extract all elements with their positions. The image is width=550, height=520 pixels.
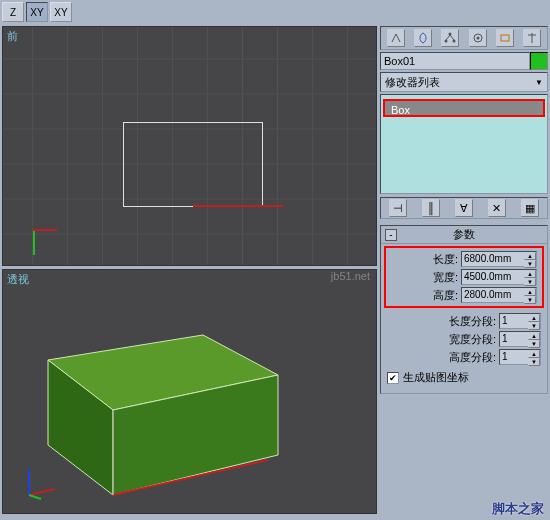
object-name-field[interactable]: Box01 bbox=[380, 52, 530, 70]
tab-modify[interactable] bbox=[414, 29, 432, 47]
tab-motion[interactable] bbox=[469, 29, 487, 47]
constraint-z-label: Z bbox=[10, 7, 16, 18]
lseg-spinner[interactable]: 1 ▲▼ bbox=[499, 313, 541, 329]
wseg-label: 宽度分段: bbox=[449, 332, 496, 347]
footer-credit: 脚本之家 bbox=[492, 500, 544, 518]
svg-rect-13 bbox=[501, 35, 509, 41]
spin-down-icon[interactable]: ▼ bbox=[528, 358, 540, 366]
modifier-list-dropdown[interactable]: 修改器列表 bbox=[380, 72, 548, 92]
axis-constraint-toolbar: Z XY XY bbox=[0, 0, 550, 24]
rollout-header[interactable]: - 参数 bbox=[381, 226, 547, 244]
viewport-container: 前 透视 bbox=[2, 26, 377, 516]
height-value[interactable]: 2800.0mm bbox=[462, 288, 524, 302]
viewport-perspective[interactable]: 透视 bbox=[2, 269, 377, 514]
view-axis-tripod-front bbox=[33, 229, 57, 255]
lseg-value[interactable]: 1 bbox=[500, 314, 528, 328]
tab-create[interactable] bbox=[387, 29, 405, 47]
svg-line-5 bbox=[29, 489, 55, 495]
remove-modifier-icon[interactable]: ✕ bbox=[488, 199, 506, 217]
hseg-spinner[interactable]: 1 ▲▼ bbox=[499, 349, 541, 365]
spin-up-icon[interactable]: ▲ bbox=[524, 252, 536, 260]
rollout-collapse-icon[interactable]: - bbox=[385, 229, 397, 241]
width-label: 宽度: bbox=[433, 270, 458, 285]
viewport-front-label: 前 bbox=[7, 29, 18, 44]
stack-item-box[interactable]: Box bbox=[383, 99, 545, 117]
spin-up-icon[interactable]: ▲ bbox=[524, 270, 536, 278]
genmap-label: 生成贴图坐标 bbox=[403, 370, 469, 385]
box-wireframe bbox=[123, 122, 263, 207]
rollout-title: 参数 bbox=[453, 227, 475, 242]
svg-point-12 bbox=[476, 37, 479, 40]
constraint-xy-alt-label: XY bbox=[54, 7, 67, 18]
gizmo-x-axis bbox=[193, 205, 283, 207]
dimensions-callout: 长度: 6800.0mm ▲▼ 宽度: 4500.0mm ▲▼ 高度: 2800… bbox=[384, 246, 544, 308]
width-value[interactable]: 4500.0mm bbox=[462, 270, 524, 284]
tab-utilities[interactable] bbox=[523, 29, 541, 47]
constraint-xy-alt[interactable]: XY bbox=[50, 2, 72, 22]
make-unique-icon[interactable]: ∀ bbox=[455, 199, 473, 217]
command-panel: Box01 修改器列表 Box ⊣ ║ ∀ ✕ ▦ - 参数 长度: 6800.… bbox=[380, 26, 548, 516]
spin-up-icon[interactable]: ▲ bbox=[524, 288, 536, 296]
box-shaded bbox=[28, 300, 298, 500]
watermark-text: jb51.net bbox=[331, 270, 370, 282]
constraint-xy[interactable]: XY bbox=[26, 2, 48, 22]
wseg-spinner[interactable]: 1 ▲▼ bbox=[499, 331, 541, 347]
spin-up-icon[interactable]: ▲ bbox=[528, 350, 540, 358]
wseg-value[interactable]: 1 bbox=[500, 332, 528, 346]
spin-down-icon[interactable]: ▼ bbox=[528, 322, 540, 330]
hseg-label: 高度分段: bbox=[449, 350, 496, 365]
stack-toolbar: ⊣ ║ ∀ ✕ ▦ bbox=[380, 197, 548, 219]
length-spinner[interactable]: 6800.0mm ▲▼ bbox=[461, 251, 537, 267]
spin-down-icon[interactable]: ▼ bbox=[524, 278, 536, 286]
checkmark-icon: ✔ bbox=[389, 373, 397, 383]
length-label: 长度: bbox=[433, 252, 458, 267]
command-panel-tabs bbox=[380, 26, 548, 50]
spin-down-icon[interactable]: ▼ bbox=[528, 340, 540, 348]
svg-line-7 bbox=[29, 495, 41, 499]
constraint-z[interactable]: Z bbox=[2, 2, 24, 22]
lseg-label: 长度分段: bbox=[449, 314, 496, 329]
modifier-stack[interactable]: Box bbox=[380, 94, 548, 194]
view-axis-tripod-persp bbox=[23, 465, 59, 503]
tab-hierarchy[interactable] bbox=[441, 29, 459, 47]
object-color-swatch[interactable] bbox=[530, 52, 548, 70]
genmap-checkbox[interactable]: ✔ bbox=[387, 372, 399, 384]
viewport-perspective-label: 透视 bbox=[7, 272, 29, 287]
configure-sets-icon[interactable]: ▦ bbox=[521, 199, 539, 217]
height-label: 高度: bbox=[433, 288, 458, 303]
width-spinner[interactable]: 4500.0mm ▲▼ bbox=[461, 269, 537, 285]
tab-display[interactable] bbox=[496, 29, 514, 47]
constraint-xy-label: XY bbox=[30, 7, 43, 18]
stack-item-box-label: Box bbox=[391, 104, 410, 116]
spin-down-icon[interactable]: ▼ bbox=[524, 260, 536, 268]
pin-stack-icon[interactable]: ⊣ bbox=[389, 199, 407, 217]
spin-up-icon[interactable]: ▲ bbox=[528, 314, 540, 322]
parameters-rollout: - 参数 长度: 6800.0mm ▲▼ 宽度: 4500.0mm ▲▼ 高度: bbox=[380, 225, 548, 394]
spin-up-icon[interactable]: ▲ bbox=[528, 332, 540, 340]
length-value[interactable]: 6800.0mm bbox=[462, 252, 524, 266]
height-spinner[interactable]: 2800.0mm ▲▼ bbox=[461, 287, 537, 303]
modifier-list-label: 修改器列表 bbox=[385, 75, 440, 90]
show-end-result-icon[interactable]: ║ bbox=[422, 199, 440, 217]
viewport-front[interactable]: 前 bbox=[2, 26, 377, 266]
spin-down-icon[interactable]: ▼ bbox=[524, 296, 536, 304]
hseg-value[interactable]: 1 bbox=[500, 350, 528, 364]
